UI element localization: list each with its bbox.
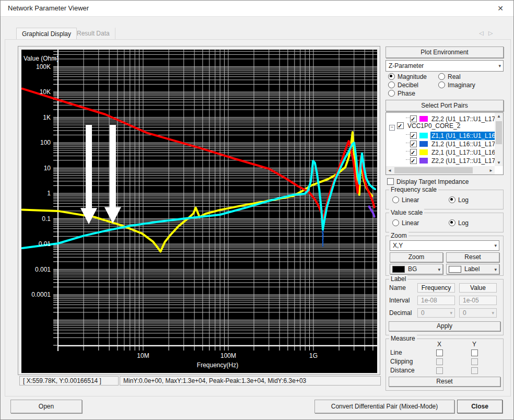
tab-result-data[interactable]: Result Data <box>72 28 115 40</box>
chevron-down-icon: ▾ <box>494 267 497 272</box>
parameter-select[interactable]: Z-Parameter ▾ <box>386 60 504 72</box>
zoom-group: Zoom X,Y ▾ Zoom Reset BG ▾ Label ▾ <box>386 236 504 276</box>
measure-clipping-x-checkbox <box>436 358 443 365</box>
radio-real[interactable]: Real <box>438 73 461 80</box>
port-pairs-tree[interactable]: Z2,2 (U1_L17::U1_L17−VCC1P0_CORE_2Z1,1 (… <box>386 112 504 175</box>
tab-prev-icon[interactable]: ◁ <box>479 30 483 37</box>
curve-color-swatch <box>419 116 428 122</box>
measure-distance-x-checkbox <box>436 367 443 374</box>
select-port-pairs-button[interactable]: Select Port Pairs <box>386 100 504 111</box>
port-pair-row[interactable]: −VCC1P0_CORE_2 <box>386 122 495 130</box>
apply-button[interactable]: Apply <box>389 321 500 331</box>
scroll-up-icon[interactable]: ▲ <box>495 113 503 120</box>
port-pair-row[interactable]: Z2,1 (U1_L17::U1_L16 <box>386 147 495 155</box>
frequency-scale-title: Frequency scale <box>389 186 438 193</box>
radio-decibel-label: Decibel <box>398 81 418 89</box>
measure-reset-button[interactable]: Reset <box>389 377 500 387</box>
label-interval-row-label: Interval <box>389 297 410 304</box>
measure-distance-y-checkbox <box>471 367 478 374</box>
convert-differential-pair-button[interactable]: Convert Differential Pair (Mixed-Mode) <box>314 400 454 413</box>
window-title: Network Parameter Viewer <box>8 4 89 12</box>
display-target-impedance-label: Display Target Impedance <box>396 178 469 185</box>
measure-line-y-checkbox[interactable] <box>471 349 478 356</box>
tree-vscroll-thumb[interactable] <box>496 121 502 144</box>
interval-value-input[interactable]: 1e-05 <box>459 296 497 305</box>
x-tick-label: 100M <box>220 352 236 359</box>
scroll-left-icon[interactable]: ◄ <box>386 166 393 174</box>
radio-decibel[interactable]: Decibel <box>388 81 418 89</box>
y-tick-label: 1K <box>43 114 51 121</box>
decimal-value-select[interactable]: 0 ▾ <box>459 308 497 318</box>
frequency-log-circle <box>449 196 455 203</box>
port-pair-label[interactable]: Z2,2 (U1_L17::U1_L17 <box>430 157 495 165</box>
decimal-frequency-select[interactable]: 0 ▾ <box>417 308 455 318</box>
display-target-impedance-checkbox[interactable]: Display Target Impedance <box>387 178 469 185</box>
radio-magnitude-label: Magnitude <box>398 73 427 80</box>
plot-environment-button[interactable]: Plot Environment <box>386 46 504 58</box>
bg-color-select[interactable]: BG ▾ <box>390 264 443 274</box>
y-tick-label: 0.001 <box>35 266 51 273</box>
label-color-select[interactable]: Label ▾ <box>446 264 499 274</box>
y-tick-label: 0.01 <box>39 240 51 248</box>
y-tick-label: 100 <box>40 139 51 146</box>
frequency-linear-radio[interactable]: Linear <box>392 196 419 204</box>
y-tick-label: 0.0001 <box>31 291 51 298</box>
frequency-log-radio[interactable]: Log <box>449 196 469 204</box>
port-pair-label[interactable]: VCC1P0_CORE_2 <box>406 122 461 130</box>
y-tick-label: 10 <box>44 165 51 172</box>
measure-line-label: Line <box>390 349 402 356</box>
measure-group: Measure X Y Line Clipping Distance Reset <box>386 339 504 391</box>
zoom-mode-select[interactable]: X,Y ▾ <box>390 240 499 251</box>
scroll-right-icon[interactable]: ► <box>487 166 495 174</box>
tab-graphical-display[interactable]: Graphical Display <box>16 28 77 40</box>
port-pair-row[interactable]: Z1,2 (U1_L16::U1_L17 <box>386 138 495 147</box>
curve-stats-status: MinY:0.0e+00, MaxY:1.3e+04, Peak-Peak:1.… <box>120 376 381 386</box>
tree-hscroll-thumb[interactable] <box>394 167 473 173</box>
value-log-radio[interactable]: Log <box>449 219 469 227</box>
value-linear-radio[interactable]: Linear <box>392 219 419 227</box>
tree-hscrollbar[interactable]: ◄ ► <box>386 166 495 174</box>
frequency-log-label: Log <box>458 196 469 204</box>
zoom-mode-value: X,Y <box>393 242 403 249</box>
decimal-frequency-value: 0 <box>421 309 425 317</box>
measure-clipping-y-checkbox <box>471 358 478 365</box>
chevron-down-icon: ▾ <box>438 267 440 272</box>
zoom-button[interactable]: Zoom <box>390 252 443 262</box>
measure-col-x: X <box>437 341 441 348</box>
tree-vscrollbar[interactable]: ▲ ▼ <box>495 113 503 166</box>
decimal-value-value: 0 <box>463 309 466 317</box>
close-icon[interactable]: ✕ <box>494 3 507 14</box>
port-pair-row[interactable]: Z1,1 (U1_L16::U1_L16 <box>386 130 495 138</box>
cursor-position-status: [ X:559.78K, Y:0.00166514 ] <box>19 376 119 386</box>
radio-phase-circle <box>388 90 395 97</box>
radio-imaginary[interactable]: Imaginary <box>438 81 475 89</box>
x-tick-label: 10M <box>137 352 149 359</box>
curve-purple-tail <box>369 206 375 216</box>
label-name-row-label: Name <box>389 284 406 291</box>
interval-frequency-input[interactable]: 1e-08 <box>417 296 455 305</box>
scroll-down-icon[interactable]: ▼ <box>495 159 503 166</box>
radio-magnitude[interactable]: Magnitude <box>388 73 427 80</box>
tab-next-icon[interactable]: ▷ <box>488 30 493 37</box>
port-pair-row[interactable]: Z2,2 (U1_L17::U1_L17 <box>386 155 495 164</box>
impedance-chart: Value (Ohm)100K10K1K1001010.10.010.0010.… <box>21 50 377 373</box>
measure-line-x-checkbox[interactable] <box>436 349 443 356</box>
network-parameter-viewer-window: Network Parameter Viewer ✕ Graphical Dis… <box>0 0 514 420</box>
frequency-scale-group: Frequency scale Linear Log <box>386 190 504 209</box>
zoom-reset-button[interactable]: Reset <box>446 252 499 262</box>
chevron-down-icon: ▾ <box>492 309 494 317</box>
annotation-down-arrow <box>80 125 97 224</box>
value-log-label: Log <box>458 219 469 227</box>
plot-area[interactable]: Value (Ohm)100K10K1K1001010.10.010.0010.… <box>21 50 377 373</box>
label-color-label: Label <box>464 265 480 273</box>
open-button[interactable]: Open <box>10 400 82 413</box>
port-pair-row[interactable]: Z2,2 (U1_L17::U1_L17 <box>386 113 495 122</box>
value-log-circle <box>449 219 455 226</box>
label-group-title: Label <box>389 275 407 283</box>
port-pair-checkbox[interactable] <box>397 122 404 129</box>
label-name-frequency: Frequency <box>417 283 455 293</box>
radio-phase[interactable]: Phase <box>388 90 415 97</box>
radio-real-circle <box>438 73 445 80</box>
close-button[interactable]: Close <box>457 400 503 413</box>
port-pair-checkbox[interactable] <box>410 157 417 164</box>
